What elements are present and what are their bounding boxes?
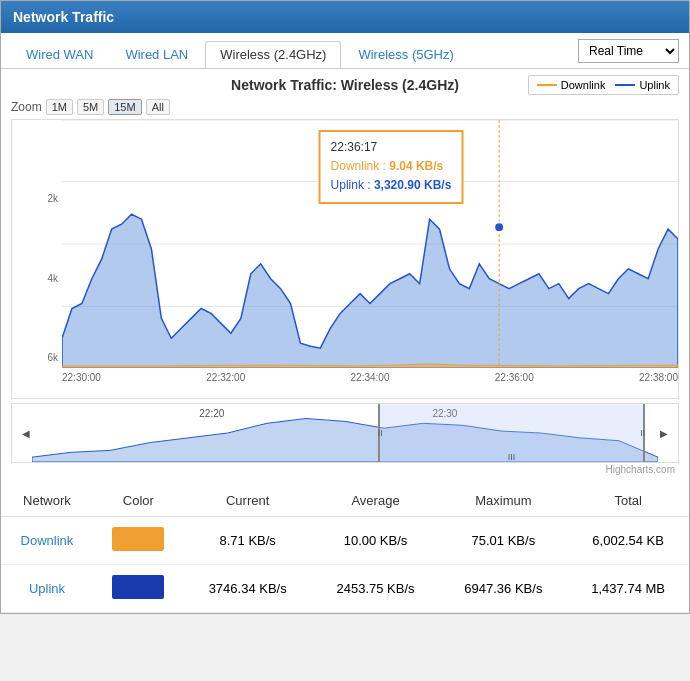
mini-handle-bottom[interactable]: III <box>508 452 516 462</box>
tab-wired-wan[interactable]: Wired WAN <box>11 41 108 67</box>
svg-point-6 <box>494 222 504 232</box>
y-tick-2k: 2k <box>14 193 58 204</box>
row-uplink-current: 3746.34 KB/s <box>184 565 312 613</box>
mini-chart-selection[interactable]: II II III <box>378 404 644 462</box>
nav-right-arrow[interactable]: ▶ <box>660 428 668 439</box>
downlink-legend-label: Downlink <box>561 79 606 91</box>
zoom-15m[interactable]: 15M <box>108 99 141 115</box>
chart-svg: 22:36:17 Downlink : 9.04 KB/s Uplink : 3… <box>62 120 678 368</box>
col-header-current: Current <box>184 485 312 517</box>
tab-bar: Wired WAN Wired LAN Wireless (2.4GHz) Wi… <box>1 33 689 69</box>
title-bar: Network Traffic <box>1 1 689 33</box>
y-tick-6k: 6k <box>14 352 58 363</box>
row-uplink-average: 2453.75 KB/s <box>312 565 440 613</box>
tab-wireless-5[interactable]: Wireless (5GHz) <box>343 41 468 67</box>
window-title: Network Traffic <box>13 9 114 25</box>
main-chart-area[interactable]: 6k 4k 2k Bandwidth (KB/s) <box>11 119 679 399</box>
y-axis: 6k 4k 2k <box>12 120 62 368</box>
chart-wrapper: Network Traffic: Wireless (2.4GHz) Downl… <box>1 69 689 479</box>
nav-left-arrow[interactable]: ◀ <box>22 428 30 439</box>
realtime-select-container: Real Time <box>578 39 679 63</box>
x-tick-0: 22:30:00 <box>62 372 101 383</box>
zoom-5m[interactable]: 5M <box>77 99 104 115</box>
x-tick-4: 22:38:00 <box>639 372 678 383</box>
uplink-legend-label: Uplink <box>639 79 670 91</box>
row-downlink-color-cell <box>93 517 184 565</box>
legend-uplink: Uplink <box>615 79 670 91</box>
realtime-dropdown[interactable]: Real Time <box>578 39 679 63</box>
chart-credits: Highcharts.com <box>11 464 679 475</box>
zoom-label: Zoom <box>11 100 42 114</box>
data-table: Network Color Current Average Maximum To… <box>1 485 689 613</box>
mini-handle-right[interactable]: II <box>640 428 645 438</box>
table-row: Uplink 3746.34 KB/s 2453.75 KB/s 6947.36… <box>1 565 689 613</box>
table-header-row: Network Color Current Average Maximum To… <box>1 485 689 517</box>
mini-chart-area[interactable]: ◀ ▶ 22:20 22:30 II II III <box>11 403 679 463</box>
zoom-bar: Zoom 1M 5M 15M All <box>11 99 679 115</box>
uplink-color-swatch <box>112 575 164 599</box>
row-downlink-network: Downlink <box>1 517 93 565</box>
chart-svg-element <box>62 120 678 368</box>
chart-header: Network Traffic: Wireless (2.4GHz) Downl… <box>11 77 679 93</box>
x-axis: 22:30:00 22:32:00 22:34:00 22:36:00 22:3… <box>62 368 678 398</box>
downlink-legend-line <box>537 84 557 86</box>
y-axis-label: Bandwidth (KB/s) <box>11 302 21 316</box>
table-row: Downlink 8.71 KB/s 10.00 KB/s 75.01 KB/s… <box>1 517 689 565</box>
row-uplink-color-cell <box>93 565 184 613</box>
zoom-1m[interactable]: 1M <box>46 99 73 115</box>
col-header-maximum: Maximum <box>439 485 567 517</box>
tab-wired-lan[interactable]: Wired LAN <box>110 41 203 67</box>
col-header-network: Network <box>1 485 93 517</box>
main-window: Network Traffic Wired WAN Wired LAN Wire… <box>0 0 690 614</box>
col-header-color: Color <box>93 485 184 517</box>
zoom-all[interactable]: All <box>146 99 170 115</box>
chart-legend: Downlink Uplink <box>528 75 679 95</box>
row-uplink-maximum: 6947.36 KB/s <box>439 565 567 613</box>
col-header-average: Average <box>312 485 440 517</box>
row-downlink-average: 10.00 KB/s <box>312 517 440 565</box>
row-uplink-total: 1,437.74 MB <box>567 565 689 613</box>
legend-downlink: Downlink <box>537 79 606 91</box>
mini-handle-left[interactable]: II <box>378 428 383 438</box>
col-header-total: Total <box>567 485 689 517</box>
tab-wireless-24[interactable]: Wireless (2.4GHz) <box>205 41 341 68</box>
downlink-color-swatch <box>112 527 164 551</box>
row-uplink-network: Uplink <box>1 565 93 613</box>
row-downlink-total: 6,002.54 KB <box>567 517 689 565</box>
uplink-legend-line <box>615 84 635 86</box>
x-tick-1: 22:32:00 <box>206 372 245 383</box>
row-downlink-current: 8.71 KB/s <box>184 517 312 565</box>
y-tick-4k: 4k <box>14 273 58 284</box>
x-tick-3: 22:36:00 <box>495 372 534 383</box>
x-tick-2: 22:34:00 <box>351 372 390 383</box>
row-downlink-maximum: 75.01 KB/s <box>439 517 567 565</box>
